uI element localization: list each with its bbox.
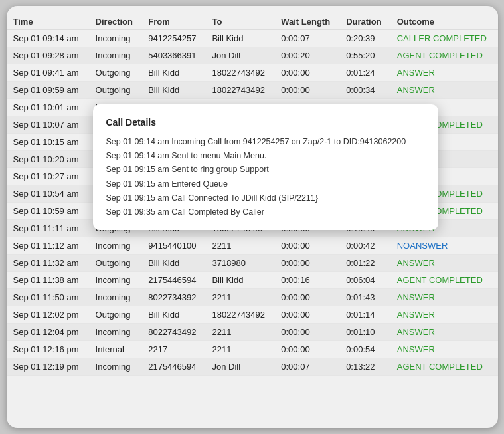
table-cell: 2175446594 [141,358,205,376]
table-cell: Internal [89,341,142,358]
popup-title: Call Details [106,115,425,131]
table-row[interactable]: Sep 01 11:50 amIncoming802273439222110:0… [7,289,498,306]
table-row[interactable]: Sep 01 11:38 amIncoming2175446594Bill Ki… [7,272,498,289]
table-cell: 0:00:00 [274,82,339,99]
col-wait: Wait Length [274,14,339,30]
table-cell: Outgoing [89,82,142,99]
table-cell: Sep 01 09:28 am [7,47,89,64]
table-cell: 8022734392 [141,289,205,306]
outcome-cell: NOANSWER [390,237,498,255]
table-cell: 18022743492 [205,82,274,99]
popup-line: Sep 01 09:15 am Entered Queue [106,177,425,191]
table-cell: Sep 01 11:12 am [7,237,89,255]
table-row[interactable]: Sep 01 12:19 pmIncoming2175446594Jon Dil… [7,358,498,376]
table-cell: 8022743492 [141,324,205,341]
table-row[interactable]: Sep 01 09:41 amOutgoingBill Kidd18022743… [7,64,498,82]
col-direction: Direction [89,14,142,30]
table-cell: Sep 01 10:54 am [7,185,89,203]
popup-line: Sep 01 09:15 am Call Connected To JDill … [106,191,425,205]
table-cell: Outgoing [89,255,142,272]
table-cell: 0:00:00 [274,237,339,255]
col-from: From [141,14,205,30]
popup-line: Sep 01 09:14 am Incoming Call from 94122… [106,135,425,149]
table-cell: Jon Dill [205,47,274,64]
table-cell: Incoming [89,272,142,289]
table-row[interactable]: Sep 01 09:14 amIncoming9412254257Bill Ki… [7,30,498,47]
table-cell: 0:00:07 [274,30,339,47]
table-cell: Bill Kidd [141,255,205,272]
table-cell: Sep 01 09:59 am [7,82,89,99]
table-cell: Bill Kidd [141,64,205,82]
outcome-cell: AGENT COMPLETED [390,47,498,64]
table-cell: 0:01:24 [339,64,390,82]
table-cell: Sep 01 10:59 am [7,203,89,220]
table-cell: 0:00:42 [339,237,390,255]
table-row[interactable]: Sep 01 12:16 pmInternal221722110:00:000:… [7,341,498,358]
table-cell: 0:00:20 [274,47,339,64]
table-cell: Sep 01 10:27 am [7,168,89,185]
table-cell: 0:13:22 [339,358,390,376]
table-cell: Incoming [89,30,142,47]
table-cell: Bill Kidd [141,306,205,324]
col-to: To [205,14,274,30]
table-cell: Jon Dill [205,358,274,376]
table-cell: 0:00:07 [274,358,339,376]
table-cell: 0:00:00 [274,255,339,272]
call-details-popup: Call Details Sep 01 09:14 am Incoming Ca… [93,104,438,230]
col-time: Time [7,14,89,30]
table-cell: 0:00:00 [274,324,339,341]
table-cell: 0:01:22 [339,255,390,272]
table-cell: 0:01:14 [339,306,390,324]
outcome-cell: ANSWER [390,341,498,358]
table-cell: Sep 01 12:04 pm [7,324,89,341]
table-cell: Incoming [89,237,142,255]
table-cell: 18022743492 [205,64,274,82]
outcome-cell: ANSWER [390,64,498,82]
table-cell: Sep 01 11:32 am [7,255,89,272]
table-cell: Outgoing [89,306,142,324]
col-duration: Duration [339,14,390,30]
table-cell: Sep 01 11:50 am [7,289,89,306]
table-cell: Outgoing [89,64,142,82]
outcome-cell: ANSWER [390,289,498,306]
table-row[interactable]: Sep 01 12:02 pmOutgoingBill Kidd18022743… [7,306,498,324]
table-cell: 0:01:43 [339,289,390,306]
table-cell: 2175446594 [141,272,205,289]
main-container: Time Direction From To Wait Length Durat… [7,6,498,428]
table-cell: 0:00:54 [339,341,390,358]
table-cell: Sep 01 10:20 am [7,151,89,168]
outcome-cell: ANSWER [390,324,498,341]
table-cell: Incoming [89,47,142,64]
table-cell: Bill Kidd [141,82,205,99]
table-cell: 0:00:34 [339,82,390,99]
table-row[interactable]: Sep 01 11:12 amIncoming941544010022110:0… [7,237,498,255]
table-row[interactable]: Sep 01 12:04 pmIncoming802274349222110:0… [7,324,498,341]
table-row[interactable]: Sep 01 09:28 amIncoming5403366391Jon Dil… [7,47,498,64]
table-cell: 0:00:00 [274,306,339,324]
table-row[interactable]: Sep 01 11:32 amOutgoingBill Kidd37189800… [7,255,498,272]
table-cell: Sep 01 09:41 am [7,64,89,82]
outcome-cell: ANSWER [390,306,498,324]
table-cell: 5403366391 [141,47,205,64]
table-cell: 2211 [205,341,274,358]
table-cell: Sep 01 10:07 am [7,116,89,134]
table-cell: 3718980 [205,255,274,272]
table-cell: Bill Kidd [205,30,274,47]
table-cell: 0:00:16 [274,272,339,289]
popup-line: Sep 01 09:14 am Sent to menu Main Menu. [106,149,425,163]
table-row[interactable]: Sep 01 09:59 amOutgoingBill Kidd18022743… [7,82,498,99]
table-cell: 2211 [205,237,274,255]
table-cell: 0:01:10 [339,324,390,341]
table-cell: Sep 01 10:15 am [7,134,89,151]
table-cell: 2217 [141,341,205,358]
table-cell: 0:55:20 [339,47,390,64]
table-cell: Sep 01 12:02 pm [7,306,89,324]
table-cell: Sep 01 10:01 am [7,99,89,116]
table-cell: 0:00:00 [274,64,339,82]
table-cell: Bill Kidd [205,272,274,289]
table-cell: Sep 01 09:14 am [7,30,89,47]
table-cell: 9415440100 [141,237,205,255]
table-cell: 2211 [205,324,274,341]
table-cell: Sep 01 11:38 am [7,272,89,289]
table-cell: 0:06:04 [339,272,390,289]
